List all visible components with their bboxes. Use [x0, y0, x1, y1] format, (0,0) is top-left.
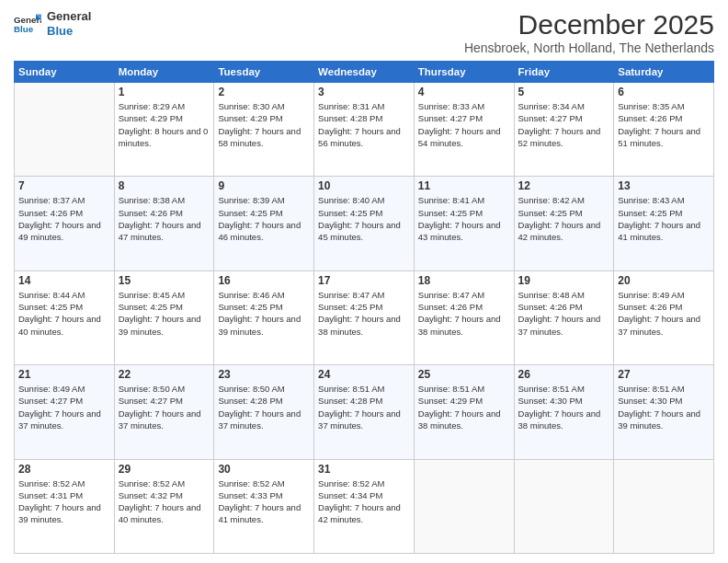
sunset-text: Sunset: 4:25 PM — [218, 302, 282, 312]
day-number: 17 — [318, 274, 410, 287]
calendar-cell — [15, 83, 115, 177]
weekday-header: Thursday — [414, 62, 514, 83]
daylight-text: Daylight: 7 hours and 51 minutes. — [618, 126, 700, 148]
weekday-header: Friday — [514, 62, 614, 83]
day-number: 29 — [119, 463, 210, 476]
calendar-cell: 12 Sunrise: 8:42 AM Sunset: 4:25 PM Dayl… — [514, 177, 614, 270]
sunrise-text: Sunrise: 8:43 AM — [618, 195, 684, 205]
sunrise-text: Sunrise: 8:51 AM — [618, 384, 684, 394]
sunrise-text: Sunrise: 8:33 AM — [418, 101, 484, 111]
day-number: 1 — [119, 86, 210, 98]
day-info: Sunrise: 8:37 AM Sunset: 4:26 PM Dayligh… — [18, 194, 110, 243]
calendar-cell: 23 Sunrise: 8:50 AM Sunset: 4:28 PM Dayl… — [214, 365, 314, 459]
logo-icon: General Blue — [14, 13, 41, 35]
sunrise-text: Sunrise: 8:37 AM — [18, 195, 85, 205]
daylight-text: Daylight: 7 hours and 37 minutes. — [618, 314, 700, 336]
day-info: Sunrise: 8:47 AM Sunset: 4:25 PM Dayligh… — [318, 289, 410, 338]
sunset-text: Sunset: 4:26 PM — [18, 208, 83, 218]
sunset-text: Sunset: 4:25 PM — [418, 208, 483, 218]
day-info: Sunrise: 8:47 AM Sunset: 4:26 PM Dayligh… — [418, 289, 510, 338]
day-number: 18 — [418, 274, 510, 287]
sunrise-text: Sunrise: 8:49 AM — [18, 384, 85, 394]
title-block: December 2025 Hensbroek, North Holland, … — [464, 9, 714, 55]
calendar-cell: 29 Sunrise: 8:52 AM Sunset: 4:32 PM Dayl… — [114, 459, 214, 553]
day-info: Sunrise: 8:31 AM Sunset: 4:28 PM Dayligh… — [318, 100, 410, 149]
sunset-text: Sunset: 4:26 PM — [618, 113, 682, 123]
weekday-header: Saturday — [614, 62, 714, 83]
day-number: 12 — [518, 179, 610, 192]
calendar-week-row: 28 Sunrise: 8:52 AM Sunset: 4:31 PM Dayl… — [15, 459, 714, 553]
sunset-text: Sunset: 4:34 PM — [318, 490, 382, 500]
day-number: 24 — [318, 368, 410, 381]
daylight-text: Daylight: 7 hours and 38 minutes. — [418, 408, 501, 431]
day-info: Sunrise: 8:40 AM Sunset: 4:25 PM Dayligh… — [318, 194, 410, 243]
daylight-text: Daylight: 7 hours and 39 minutes. — [119, 314, 201, 336]
sunrise-text: Sunrise: 8:38 AM — [119, 195, 185, 205]
sunset-text: Sunset: 4:25 PM — [119, 302, 183, 312]
sunset-text: Sunset: 4:25 PM — [318, 208, 382, 218]
day-info: Sunrise: 8:33 AM Sunset: 4:27 PM Dayligh… — [418, 100, 510, 149]
day-number: 30 — [218, 463, 310, 476]
day-number: 9 — [218, 179, 310, 192]
daylight-text: Daylight: 7 hours and 46 minutes. — [218, 220, 301, 242]
calendar-cell: 7 Sunrise: 8:37 AM Sunset: 4:26 PM Dayli… — [15, 177, 115, 270]
daylight-text: Daylight: 7 hours and 38 minutes. — [318, 314, 401, 336]
sunrise-text: Sunrise: 8:31 AM — [318, 101, 384, 111]
sunset-text: Sunset: 4:25 PM — [218, 208, 282, 218]
sunset-text: Sunset: 4:29 PM — [119, 113, 183, 123]
day-number: 26 — [518, 368, 610, 381]
weekday-header: Monday — [114, 62, 214, 83]
calendar-cell: 13 Sunrise: 8:43 AM Sunset: 4:25 PM Dayl… — [614, 177, 714, 270]
day-number: 10 — [318, 179, 410, 192]
daylight-text: Daylight: 7 hours and 41 minutes. — [618, 220, 700, 242]
day-info: Sunrise: 8:48 AM Sunset: 4:26 PM Dayligh… — [518, 289, 610, 338]
day-info: Sunrise: 8:49 AM Sunset: 4:26 PM Dayligh… — [618, 289, 710, 338]
calendar-cell: 10 Sunrise: 8:40 AM Sunset: 4:25 PM Dayl… — [314, 177, 415, 270]
sunrise-text: Sunrise: 8:44 AM — [18, 290, 85, 300]
sunset-text: Sunset: 4:27 PM — [418, 113, 483, 123]
calendar-header: SundayMondayTuesdayWednesdayThursdayFrid… — [15, 62, 714, 83]
sunrise-text: Sunrise: 8:51 AM — [318, 384, 384, 394]
sunset-text: Sunset: 4:25 PM — [618, 208, 682, 218]
calendar-cell: 5 Sunrise: 8:34 AM Sunset: 4:27 PM Dayli… — [514, 83, 614, 177]
sunrise-text: Sunrise: 8:47 AM — [418, 290, 484, 300]
sunrise-text: Sunrise: 8:39 AM — [218, 195, 284, 205]
day-info: Sunrise: 8:41 AM Sunset: 4:25 PM Dayligh… — [418, 194, 510, 243]
day-info: Sunrise: 8:52 AM Sunset: 4:33 PM Dayligh… — [218, 477, 310, 526]
calendar-cell — [614, 459, 714, 553]
daylight-text: Daylight: 7 hours and 37 minutes. — [18, 408, 101, 431]
day-info: Sunrise: 8:49 AM Sunset: 4:27 PM Dayligh… — [18, 383, 110, 431]
daylight-text: Daylight: 7 hours and 49 minutes. — [18, 220, 101, 242]
day-info: Sunrise: 8:34 AM Sunset: 4:27 PM Dayligh… — [518, 100, 610, 149]
calendar-cell — [414, 459, 514, 553]
daylight-text: Daylight: 7 hours and 42 minutes. — [318, 502, 401, 524]
sunset-text: Sunset: 4:31 PM — [18, 490, 83, 500]
calendar-cell: 25 Sunrise: 8:51 AM Sunset: 4:29 PM Dayl… — [414, 365, 514, 459]
calendar-cell: 6 Sunrise: 8:35 AM Sunset: 4:26 PM Dayli… — [614, 83, 714, 177]
daylight-text: Daylight: 7 hours and 40 minutes. — [18, 314, 101, 336]
day-info: Sunrise: 8:30 AM Sunset: 4:29 PM Dayligh… — [218, 100, 310, 149]
calendar-cell: 28 Sunrise: 8:52 AM Sunset: 4:31 PM Dayl… — [15, 459, 115, 553]
sunrise-text: Sunrise: 8:34 AM — [518, 101, 585, 111]
header: General Blue General Blue December 2025 … — [14, 9, 714, 55]
sunrise-text: Sunrise: 8:45 AM — [119, 290, 185, 300]
header-row: SundayMondayTuesdayWednesdayThursdayFrid… — [15, 62, 714, 83]
sunset-text: Sunset: 4:27 PM — [518, 113, 583, 123]
day-number: 5 — [518, 86, 610, 98]
sunset-text: Sunset: 4:25 PM — [518, 208, 583, 218]
day-number: 3 — [318, 86, 410, 98]
daylight-text: Daylight: 7 hours and 43 minutes. — [418, 220, 501, 242]
daylight-text: Daylight: 7 hours and 38 minutes. — [518, 408, 601, 431]
daylight-text: Daylight: 7 hours and 37 minutes. — [518, 314, 601, 336]
day-info: Sunrise: 8:29 AM Sunset: 4:29 PM Dayligh… — [119, 100, 210, 149]
sunset-text: Sunset: 4:28 PM — [318, 113, 382, 123]
day-info: Sunrise: 8:44 AM Sunset: 4:25 PM Dayligh… — [18, 289, 110, 338]
daylight-text: Daylight: 7 hours and 45 minutes. — [318, 220, 401, 242]
day-number: 20 — [618, 274, 710, 287]
sunset-text: Sunset: 4:25 PM — [18, 302, 83, 312]
calendar-cell: 22 Sunrise: 8:50 AM Sunset: 4:27 PM Dayl… — [114, 365, 214, 459]
daylight-text: Daylight: 7 hours and 54 minutes. — [418, 126, 501, 148]
day-info: Sunrise: 8:50 AM Sunset: 4:28 PM Dayligh… — [218, 383, 310, 431]
day-info: Sunrise: 8:42 AM Sunset: 4:25 PM Dayligh… — [518, 194, 610, 243]
calendar-week-row: 14 Sunrise: 8:44 AM Sunset: 4:25 PM Dayl… — [15, 270, 714, 364]
